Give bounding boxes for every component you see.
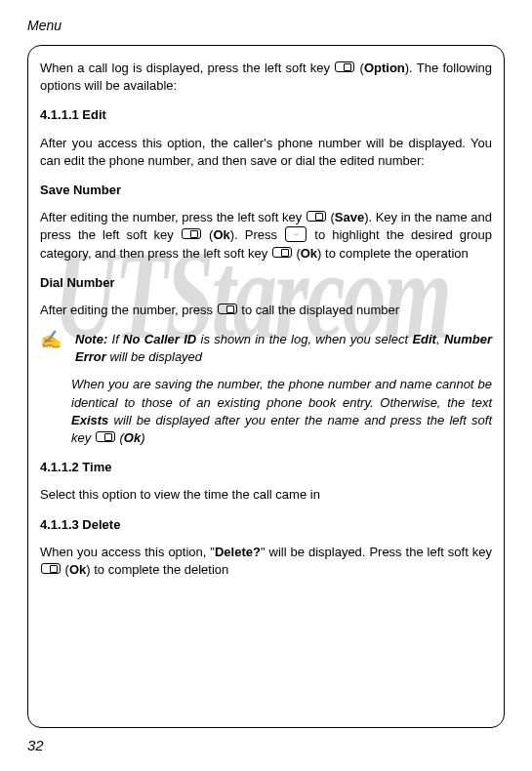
text: ) [141,430,144,445]
text: After editing the number, press the left… [40,210,306,224]
softkey-icon [182,228,201,239]
text: When you access this option, " [40,545,215,559]
time-paragraph: Select this option to view the time the … [40,486,492,504]
save-number-paragraph: After editing the number, press the left… [40,209,492,263]
text: ) to complete the operation [317,246,469,261]
heading-save-number: Save Number [40,182,492,199]
softkey-icon [96,431,115,442]
text: ( [61,562,69,577]
note-continuation: When you are saving the number, the phon… [71,376,492,447]
text: When a call log is displayed, press the … [40,61,334,75]
text: , [436,332,444,346]
page: Menu UTStarcom When a call log is displa… [0,0,532,771]
ok-bold: Ok [301,246,317,261]
ok-bold: Ok [213,227,229,242]
edit-paragraph: After you access this option, the caller… [40,135,492,170]
text: After editing the number, press [40,303,217,317]
header-menu: Menu [27,18,505,33]
save-bold: Save [335,210,364,224]
text: is shown in the log, when you select [196,332,412,346]
delete-paragraph: When you access this option, "Delete?" w… [40,544,492,579]
text: to call the displayed number [238,303,399,317]
text: ( [202,227,213,242]
text: ( [293,246,301,261]
note-label: Note: [75,332,107,346]
page-number: 32 [27,737,44,753]
heading-edit: 4.1.1.1 Edit [40,106,492,124]
note-row: ✍ Note: If No Caller ID is shown in the … [40,331,492,366]
softkey-icon [41,563,61,574]
text: If [107,332,123,346]
softkey-icon [307,211,326,222]
heading-time: 4.1.1.2 Time [40,459,492,476]
dial-number-paragraph: After editing the number, press to call … [40,302,492,319]
delete-bold: Delete? [215,545,261,559]
text: ( [116,430,124,445]
text: ( [355,61,364,75]
note-hand-icon: ✍ [40,331,61,366]
nav-icon: ◦◦ [285,226,307,242]
text: " will be displayed. Press the left soft… [261,545,492,559]
intro-paragraph: When a call log is displayed, press the … [40,60,492,95]
note-text: Note: If No Caller ID is shown in the lo… [75,331,492,366]
text: ). Press [230,227,284,242]
heading-dial-number: Dial Number [40,274,492,292]
text: When you are saving the number, the phon… [71,377,492,409]
no-caller-bold: No Caller ID [123,332,196,346]
heading-delete: 4.1.1.3 Delete [40,516,492,534]
text: will be displayed [106,349,202,364]
softkey-icon [272,247,292,258]
softkey-icon [335,61,354,72]
text: ) to complete the deletion [86,562,228,577]
option-bold: Option [364,61,405,75]
softkey-icon [218,304,237,314]
ok-bold: Ok [69,562,86,577]
ok-bold: Ok [124,430,141,445]
text: ( [327,210,335,224]
edit-bold: Edit [412,332,436,346]
content-box: UTStarcom When a call log is displayed, … [27,45,505,728]
exists-bold: Exists [71,413,108,427]
